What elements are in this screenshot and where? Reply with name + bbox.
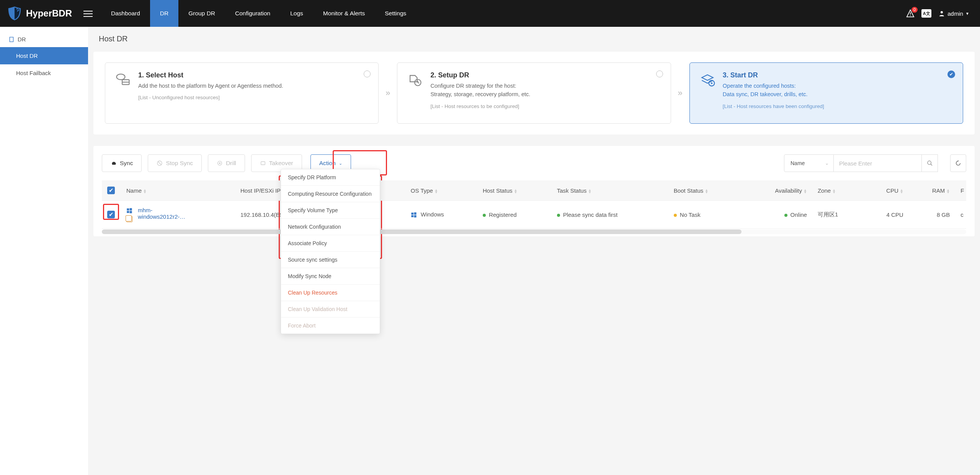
host-icon bbox=[114, 71, 131, 88]
step-select-host[interactable]: 1. Select Host Add the host to the platf… bbox=[105, 62, 379, 124]
action-menu-item[interactable]: Modify Sync Node bbox=[281, 268, 380, 285]
col-task-status[interactable]: Task Status bbox=[557, 187, 587, 194]
sort-icon: ▲▼ bbox=[804, 189, 807, 193]
action-menu-item[interactable]: Associate Policy bbox=[281, 235, 380, 252]
search-button[interactable] bbox=[922, 154, 938, 172]
filter-field-select[interactable]: Name ⌄ bbox=[784, 154, 834, 172]
host-table: ✔ Name▲▼ Host IP/ESXi IP▲▼ d Type▲▼ OS T… bbox=[102, 180, 966, 229]
search-icon bbox=[927, 160, 933, 166]
svg-rect-27 bbox=[127, 211, 129, 213]
table-wrap: ✔ Name▲▼ Host IP/ESXi IP▲▼ d Type▲▼ OS T… bbox=[102, 180, 966, 234]
host-name-cell[interactable]: mhm- windows2012r2-… bbox=[126, 207, 230, 222]
step-radio-icon bbox=[656, 70, 663, 77]
nav-dashboard[interactable]: Dashboard bbox=[101, 0, 150, 27]
cell-cpu: 4 CPU bbox=[863, 201, 909, 229]
col-availability[interactable]: Availability bbox=[775, 187, 802, 194]
select-all-checkbox[interactable]: ✔ bbox=[107, 187, 115, 194]
sidebar-section-dr: DR bbox=[0, 31, 88, 47]
host-name-line2: windows2012r2-… bbox=[138, 213, 185, 220]
step-list: [List - Host resources have been configu… bbox=[723, 103, 824, 109]
os-type-label: Windows bbox=[421, 211, 444, 218]
step-title: 2. Setup DR bbox=[430, 71, 530, 79]
col-zone[interactable]: Zone bbox=[818, 187, 831, 194]
user-menu[interactable]: admin ▼ bbox=[938, 10, 969, 17]
shield-icon bbox=[7, 6, 22, 21]
sidebar: DR Host DR Host Failback bbox=[0, 27, 88, 475]
task-status-label: Please sync data first bbox=[563, 211, 618, 218]
drill-button[interactable]: Drill bbox=[208, 154, 245, 172]
nav-dr[interactable]: DR bbox=[150, 0, 178, 27]
windows-icon bbox=[411, 212, 417, 218]
step-start-dr[interactable]: 3. Start DR Operate the configured hosts… bbox=[689, 62, 963, 124]
col-boot-status[interactable]: Boot Status bbox=[674, 187, 704, 194]
horizontal-scrollbar[interactable] bbox=[102, 229, 966, 234]
action-menu-item[interactable]: Network Configuration bbox=[281, 219, 380, 235]
brand-text: HyperBDR bbox=[26, 8, 72, 19]
action-menu-item[interactable]: Computing Resource Configuration bbox=[281, 186, 380, 202]
svg-point-5 bbox=[941, 11, 943, 13]
main: Host DR 1. Select Host Add the host to t… bbox=[88, 27, 980, 475]
svg-rect-25 bbox=[127, 208, 129, 210]
sort-icon: ▲▼ bbox=[588, 189, 591, 193]
page-title: Host DR bbox=[93, 27, 975, 52]
table-card: Sync Stop Sync Drill Takeover Action ⌄ bbox=[93, 146, 975, 236]
availability-label: Online bbox=[791, 211, 807, 218]
step-setup-dr[interactable]: 2. Setup DR Configure DR strategy for th… bbox=[397, 62, 671, 124]
cell-last: c bbox=[955, 201, 966, 229]
sidebar-item-host-failback[interactable]: Host Failback bbox=[0, 64, 88, 82]
col-ram[interactable]: RAM bbox=[932, 187, 945, 194]
language-toggle[interactable]: A文 bbox=[921, 9, 931, 18]
stop-sync-label: Stop Sync bbox=[166, 160, 193, 167]
user-icon bbox=[938, 10, 945, 17]
status-dot-icon bbox=[784, 214, 787, 217]
sort-icon: ▲▼ bbox=[705, 189, 708, 193]
svg-point-23 bbox=[928, 161, 931, 164]
nav-logs[interactable]: Logs bbox=[280, 0, 313, 27]
refresh-icon bbox=[955, 160, 961, 166]
step-title: 3. Start DR bbox=[723, 71, 824, 79]
refresh-button[interactable] bbox=[950, 154, 966, 172]
sync-label: Sync bbox=[120, 160, 133, 167]
col-os-type[interactable]: OS Type bbox=[411, 187, 433, 194]
step-check-icon: ✔ bbox=[947, 70, 955, 78]
nav-monitor-alerts[interactable]: Monitor & Alerts bbox=[313, 0, 375, 27]
sort-icon: ▲▼ bbox=[514, 189, 517, 193]
col-host-ip[interactable]: Host IP/ESXi IP bbox=[240, 187, 281, 194]
col-name[interactable]: Name bbox=[126, 187, 142, 194]
svg-point-13 bbox=[117, 74, 125, 80]
nav-settings[interactable]: Settings bbox=[375, 0, 416, 27]
takeover-icon bbox=[260, 160, 266, 166]
host-status-label: Registered bbox=[489, 211, 517, 218]
col-cpu[interactable]: CPU bbox=[886, 187, 898, 194]
svg-line-24 bbox=[931, 164, 932, 165]
action-menu-item[interactable]: Clean Up Resources bbox=[281, 285, 380, 301]
table-row[interactable]: ✔ mhm- bbox=[102, 201, 966, 229]
chevron-down-icon: ⌄ bbox=[339, 161, 342, 166]
chevron-right-icon: » bbox=[382, 88, 394, 98]
nav-items: Dashboard DR Group DR Configuration Logs… bbox=[101, 0, 416, 27]
nav-configuration[interactable]: Configuration bbox=[225, 0, 280, 27]
host-name-line1: mhm- bbox=[138, 207, 152, 213]
svg-rect-31 bbox=[411, 215, 413, 217]
scrollbar-thumb[interactable] bbox=[102, 229, 742, 234]
svg-line-19 bbox=[158, 162, 161, 165]
action-menu-item[interactable]: Source sync settings bbox=[281, 252, 380, 268]
action-menu-item: Force Abort bbox=[281, 318, 380, 334]
sync-button[interactable]: Sync bbox=[102, 154, 142, 172]
col-f[interactable]: F bbox=[960, 187, 964, 194]
alert-bell-icon[interactable]: 0 bbox=[906, 9, 915, 18]
row-checkbox[interactable]: ✔ bbox=[107, 211, 115, 218]
action-menu-item[interactable]: Specify Volume Type bbox=[281, 202, 380, 219]
col-host-status[interactable]: Host Status bbox=[483, 187, 513, 194]
svg-rect-22 bbox=[261, 162, 265, 165]
step-desc: Add the host to the platform by Agent or… bbox=[138, 82, 283, 90]
cell-host-status: Registered bbox=[477, 201, 552, 229]
hamburger-icon[interactable] bbox=[83, 9, 93, 18]
filter-input[interactable] bbox=[834, 154, 922, 172]
nav-group-dr[interactable]: Group DR bbox=[178, 0, 225, 27]
sidebar-item-host-dr[interactable]: Host DR bbox=[0, 47, 88, 64]
stop-sync-button[interactable]: Stop Sync bbox=[148, 154, 202, 172]
action-menu-item[interactable]: Specify DR Platform bbox=[281, 169, 380, 186]
svg-point-21 bbox=[219, 162, 220, 164]
sort-icon: ▲▼ bbox=[832, 189, 836, 193]
